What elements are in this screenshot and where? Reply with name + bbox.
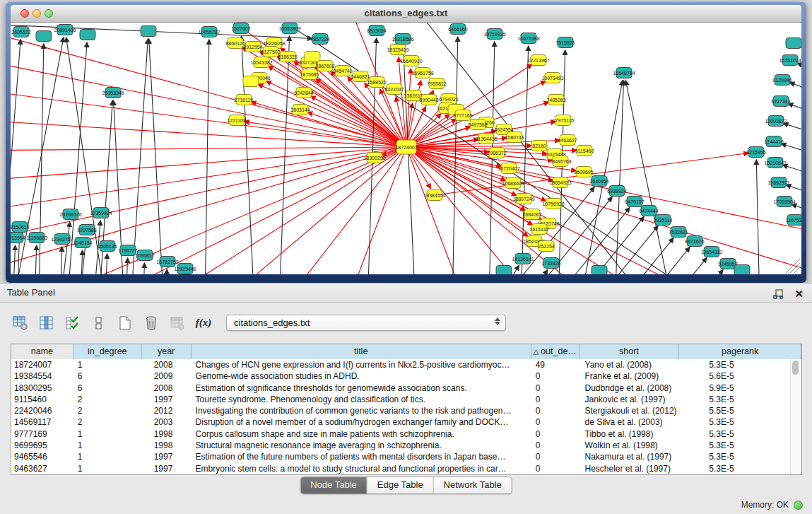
network-node[interactable]: 18300295	[363, 153, 385, 163]
network-node[interactable]	[305, 52, 320, 62]
network-edge[interactable]	[11, 119, 406, 147]
network-edge[interactable]	[625, 81, 673, 274]
network-node[interactable]: 15751074	[779, 55, 801, 66]
network-edge[interactable]	[756, 160, 760, 274]
network-edge[interactable]	[406, 147, 801, 274]
network-node[interactable]: 8990448	[419, 95, 438, 105]
network-node[interactable]	[786, 38, 801, 49]
table-row[interactable]: 977716911998Corpus callosum shape and si…	[11, 428, 801, 440]
network-node[interactable]: 18724007	[395, 140, 417, 154]
network-node[interactable]: 6497568	[468, 119, 487, 130]
network-node[interactable]: 9227343	[771, 96, 790, 107]
network-node[interactable]: 1221338	[227, 115, 246, 126]
new-column-icon[interactable]	[117, 315, 133, 331]
network-node[interactable]: 16671388	[517, 33, 539, 44]
table-row[interactable]: 969969511998Structural magnetic resonanc…	[11, 440, 801, 451]
network-node[interactable]: 7485063	[546, 95, 565, 105]
network-edge[interactable]	[81, 250, 83, 274]
network-node[interactable]	[734, 265, 750, 275]
tab-edge-table[interactable]: Edge Table	[367, 477, 434, 493]
table-row[interactable]: 1938455462009Genome-wide association stu…	[11, 370, 801, 382]
network-node[interactable]: 16961758	[411, 68, 433, 78]
show-columns-icon[interactable]	[39, 315, 54, 331]
delete-column-icon[interactable]	[143, 315, 159, 331]
function-builder-icon[interactable]: f(x)	[196, 315, 211, 331]
window-titlebar[interactable]: citations_edges.txt	[11, 5, 801, 23]
network-node[interactable]: 8912954	[243, 42, 262, 52]
table-row[interactable]: 1456911722003Disruption of a novel membe…	[11, 416, 801, 428]
network-node[interactable]: 1875685	[300, 69, 319, 80]
network-edge[interactable]	[11, 147, 406, 245]
network-edge[interactable]	[165, 269, 167, 274]
network-node[interactable]: 6479197	[625, 197, 644, 207]
network-node[interactable]: 2867608	[315, 61, 334, 71]
network-node[interactable]: 7632621	[669, 227, 688, 238]
network-node[interactable]: 16053809	[278, 23, 300, 34]
network-node[interactable]: 9777169	[453, 110, 472, 121]
table-selector-dropdown[interactable]: citations_edges.txt	[226, 315, 506, 331]
network-edge[interactable]	[636, 270, 723, 274]
network-node[interactable]: 6466160	[448, 24, 467, 35]
network-edge[interactable]	[788, 104, 801, 121]
network-node[interactable]: 20891406	[54, 25, 76, 35]
table-row[interactable]: 1872400712008Changes of HCN gene express…	[11, 359, 801, 370]
network-edge[interactable]	[205, 40, 209, 274]
select-columns-icon[interactable]	[65, 315, 81, 331]
network-node[interactable]: 8860124	[225, 38, 245, 49]
network-node[interactable]: 2803144	[290, 105, 310, 115]
network-node[interactable]: 18654923	[549, 177, 571, 188]
network-node[interactable]: 26053346	[102, 88, 124, 98]
network-node[interactable]: 2684067	[522, 209, 541, 220]
tab-node-table[interactable]: Node Table	[300, 477, 367, 493]
column-header-short[interactable]: short	[579, 344, 680, 359]
network-node[interactable]	[243, 76, 259, 87]
table-mode-icon[interactable]	[13, 315, 28, 331]
network-edge[interactable]	[349, 147, 406, 274]
network-node[interactable]: 8215955	[746, 147, 765, 158]
network-edge[interactable]	[279, 36, 290, 274]
network-node[interactable]: 9699695	[574, 167, 593, 177]
network-node[interactable]: 17016504	[773, 197, 795, 207]
network-node[interactable]: 8471676	[685, 236, 704, 247]
network-node[interactable]: 18807249	[512, 194, 534, 204]
network-node[interactable]: 2605572	[11, 27, 30, 37]
network-node[interactable]: 17975115	[553, 115, 575, 126]
network-node[interactable]: 16640910	[400, 56, 422, 66]
network-nodes[interactable]: 1872400718300295193845548860124891295418…	[11, 23, 801, 275]
network-node[interactable]: 10655287	[198, 27, 220, 37]
network-edge[interactable]	[11, 147, 406, 213]
network-node[interactable]: 16543382	[250, 57, 272, 68]
network-node[interactable]: 19384554	[423, 190, 445, 201]
network-edge[interactable]	[452, 37, 458, 274]
network-node[interactable]: 14136141	[512, 254, 534, 264]
network-node[interactable]: 9115460	[575, 146, 594, 156]
vertical-scrollbar[interactable]	[790, 359, 801, 474]
network-node[interactable]: 1095817	[135, 250, 154, 261]
network-node[interactable]: 20206576	[59, 209, 81, 220]
network-node[interactable]: 10654112	[701, 247, 723, 257]
network-edge[interactable]	[35, 245, 37, 274]
network-node[interactable]: 18495768	[549, 156, 571, 167]
network-edge[interactable]	[526, 270, 548, 274]
network-node[interactable]: 1145194	[73, 238, 93, 248]
network-node[interactable]: 11156883	[26, 233, 47, 243]
table-row[interactable]: 946554611997Estimation of the future num…	[11, 451, 801, 462]
network-node[interactable]: 16648784	[613, 68, 635, 78]
network-node[interactable]	[80, 30, 95, 40]
network-node[interactable]: 2935114	[654, 215, 673, 226]
network-edge[interactable]	[789, 83, 801, 100]
network-node[interactable]: 8813054	[367, 25, 386, 36]
column-header-out_degree[interactable]: △out_de…	[531, 344, 579, 359]
network-node[interactable]: 21364436	[475, 134, 497, 144]
network-node[interactable]: 10688609	[502, 178, 524, 189]
network-edge[interactable]	[143, 263, 145, 274]
network-node[interactable]: 7986372	[487, 148, 506, 158]
network-edge[interactable]	[131, 39, 148, 274]
network-node[interactable]: 12342757	[51, 234, 73, 245]
memory-status-indicator[interactable]	[794, 501, 803, 510]
network-node[interactable]: 9150614	[11, 222, 30, 233]
network-node[interactable]: 17359924	[90, 208, 112, 218]
network-node[interactable]: 12923446	[174, 264, 196, 274]
network-node[interactable]: 252254	[538, 241, 554, 252]
network-edge[interactable]	[571, 226, 658, 274]
